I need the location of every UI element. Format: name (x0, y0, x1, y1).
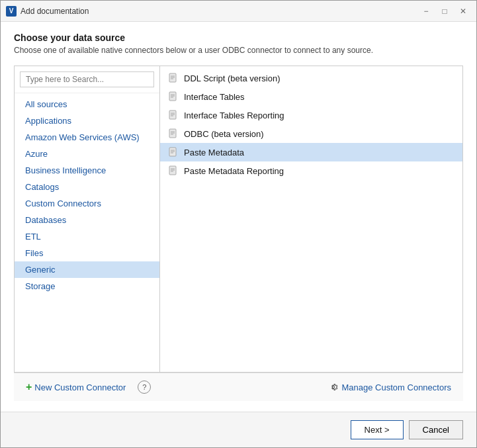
svg-rect-12 (169, 129, 176, 138)
category-item-custom-connectors[interactable]: Custom Connectors (15, 195, 159, 212)
search-input[interactable] (20, 71, 154, 87)
app-icon: V (6, 6, 17, 17)
connector-label: Interface Tables (184, 92, 245, 102)
connector-item[interactable]: DDL Script (beta version) (160, 69, 462, 87)
category-list: All sourcesApplicationsAmazon Web Servic… (15, 93, 159, 372)
gear-icon (329, 382, 338, 392)
right-panel: DDL Script (beta version) Interface Tabl… (160, 66, 462, 372)
search-box (15, 66, 159, 93)
connector-icon (168, 147, 179, 157)
connector-icon (168, 91, 179, 102)
plus-icon: + (26, 381, 32, 393)
new-custom-connector-button[interactable]: + New Custom Connector (22, 379, 130, 396)
page-title: Choose your data source (14, 32, 463, 43)
main-panel: All sourcesApplicationsAmazon Web Servic… (14, 66, 463, 373)
connector-item[interactable]: Paste Metadata Reporting (160, 161, 462, 180)
connector-icon (168, 110, 179, 120)
content-area: Choose your data source Choose one of av… (1, 22, 476, 412)
minimize-button[interactable]: − (418, 5, 434, 18)
title-bar: V Add documentation − □ ✕ (1, 1, 476, 22)
connector-icon (168, 165, 179, 176)
category-item-azure[interactable]: Azure (15, 146, 159, 162)
category-item-amazon-web-services-(aws)[interactable]: Amazon Web Services (AWS) (15, 129, 159, 146)
svg-rect-16 (169, 148, 176, 156)
next-button[interactable]: Next > (351, 420, 404, 439)
connector-item[interactable]: ODBC (beta version) (160, 124, 462, 143)
page-subtitle: Choose one of available native connector… (14, 46, 463, 55)
connector-label: Paste Metadata (184, 148, 244, 157)
category-item-catalogs[interactable]: Catalogs (15, 179, 159, 195)
connector-label: ODBC (beta version) (184, 129, 264, 139)
category-item-generic[interactable]: Generic (15, 261, 159, 278)
category-item-applications[interactable]: Applications (15, 112, 159, 129)
footer-bar: Next > Cancel (1, 412, 476, 447)
svg-rect-0 (169, 73, 176, 82)
connector-item[interactable]: Interface Tables (160, 87, 462, 106)
maximize-button[interactable]: □ (437, 5, 453, 18)
connector-icon (168, 128, 179, 139)
category-item-storage[interactable]: Storage (15, 278, 159, 294)
connector-list: DDL Script (beta version) Interface Tabl… (160, 66, 462, 372)
cancel-button[interactable]: Cancel (409, 420, 463, 439)
connector-label: DDL Script (beta version) (184, 73, 280, 83)
connector-item[interactable]: Interface Tables Reporting (160, 106, 462, 124)
category-item-databases[interactable]: Databases (15, 212, 159, 228)
help-button[interactable]: ? (138, 381, 151, 394)
connector-label: Paste Metadata Reporting (184, 166, 284, 176)
svg-rect-20 (169, 166, 176, 175)
new-connector-label: New Custom Connector (34, 382, 126, 392)
bottom-bar: + New Custom Connector ? Manage Custom C… (14, 373, 463, 401)
window-title: Add documentation (21, 7, 418, 16)
close-button[interactable]: ✕ (455, 5, 471, 18)
category-item-all-sources[interactable]: All sources (15, 96, 159, 112)
manage-label: Manage Custom Connectors (342, 382, 451, 392)
connector-icon (168, 73, 179, 83)
svg-rect-4 (169, 92, 176, 101)
category-item-business-intelligence[interactable]: Business Intelligence (15, 162, 159, 179)
manage-custom-connectors-button[interactable]: Manage Custom Connectors (325, 380, 455, 395)
left-panel: All sourcesApplicationsAmazon Web Servic… (15, 66, 160, 372)
connector-item[interactable]: Paste Metadata (160, 143, 462, 161)
main-window: V Add documentation − □ ✕ Choose your da… (0, 0, 477, 448)
window-controls: − □ ✕ (418, 5, 471, 18)
category-item-etl[interactable]: ETL (15, 228, 159, 245)
connector-label: Interface Tables Reporting (184, 111, 284, 120)
category-item-files[interactable]: Files (15, 245, 159, 261)
svg-rect-8 (169, 111, 176, 119)
